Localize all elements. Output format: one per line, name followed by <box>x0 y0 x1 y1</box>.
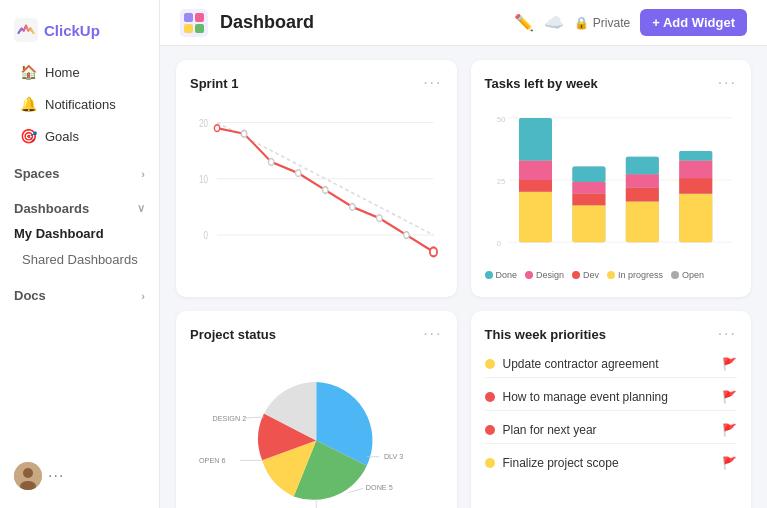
priority-item-4: Finalize project scope 🚩 <box>485 450 738 476</box>
svg-rect-6 <box>195 13 204 22</box>
priorities-widget: This week priorities ··· Update contract… <box>471 311 752 508</box>
svg-rect-4 <box>180 9 208 37</box>
open-dot <box>671 271 679 279</box>
private-toggle[interactable]: 🔒 Private <box>574 16 630 30</box>
dev-dot <box>572 271 580 279</box>
svg-text:DONE 5: DONE 5 <box>366 483 393 492</box>
tasks-menu-icon[interactable]: ··· <box>718 74 737 92</box>
legend-in-progress-label: In progress <box>618 270 663 280</box>
priority-dot-3 <box>485 425 495 435</box>
legend-done: Done <box>485 270 518 280</box>
bell-icon: 🔔 <box>20 96 37 112</box>
priority-text-3: Plan for next year <box>503 423 715 437</box>
edit-icon[interactable]: ✏️ <box>514 13 534 32</box>
priority-item-2: How to manage event planning 🚩 <box>485 384 738 411</box>
sidebar: ClickUp 🏠 Home 🔔 Notifications 🎯 Goals S… <box>0 0 160 508</box>
priority-item-3: Plan for next year 🚩 <box>485 417 738 444</box>
svg-rect-49 <box>679 161 712 178</box>
svg-rect-50 <box>679 151 712 161</box>
svg-rect-42 <box>625 201 658 242</box>
svg-rect-39 <box>572 182 605 194</box>
logo[interactable]: ClickUp <box>0 10 159 56</box>
clickup-logo-icon <box>14 18 38 42</box>
svg-rect-48 <box>679 178 712 194</box>
shared-dashboards-label: Shared Dashboards <box>22 252 138 267</box>
tasks-widget-header: Tasks left by week ··· <box>485 74 738 92</box>
design-dot <box>525 271 533 279</box>
sidebar-item-home-label: Home <box>45 65 80 80</box>
lock-icon: 🔒 <box>574 16 589 30</box>
legend-done-label: Done <box>496 270 518 280</box>
sprint-widget: Sprint 1 ··· 20 10 0 <box>176 60 457 297</box>
svg-line-60 <box>244 417 264 418</box>
svg-rect-0 <box>14 18 38 42</box>
sidebar-item-shared-dashboards[interactable]: Shared Dashboards <box>0 247 159 272</box>
legend-design-label: Design <box>536 270 564 280</box>
add-widget-button[interactable]: + Add Widget <box>640 9 747 36</box>
docs-section[interactable]: Docs › <box>0 278 159 307</box>
priority-flag-3: 🚩 <box>722 423 737 437</box>
svg-text:20: 20 <box>199 118 208 129</box>
project-status-title: Project status <box>190 327 276 342</box>
sidebar-bottom: ··· <box>0 454 159 498</box>
dashboard-logo-icon <box>180 9 208 37</box>
spaces-arrow-icon: › <box>141 168 145 180</box>
legend-design: Design <box>525 270 564 280</box>
svg-text:OPEN 6: OPEN 6 <box>199 456 225 465</box>
svg-rect-8 <box>195 24 204 33</box>
home-icon: 🏠 <box>20 64 37 80</box>
svg-point-23 <box>404 232 409 239</box>
priorities-menu-icon[interactable]: ··· <box>718 325 737 343</box>
sprint-title: Sprint 1 <box>190 76 238 91</box>
priority-flag-2: 🚩 <box>722 390 737 404</box>
topbar-actions: ✏️ ☁️ 🔒 Private + Add Widget <box>514 9 747 36</box>
svg-line-54 <box>348 488 363 493</box>
project-status-menu-icon[interactable]: ··· <box>423 325 442 343</box>
sidebar-item-home[interactable]: 🏠 Home <box>6 57 153 87</box>
priority-dot-2 <box>485 392 495 402</box>
dashboard-grid: Sprint 1 ··· 20 10 0 <box>160 46 767 508</box>
avatar-image <box>14 462 42 490</box>
bar-chart-legend: Done Design Dev In progress <box>485 270 738 280</box>
svg-rect-5 <box>184 13 193 22</box>
project-status-header: Project status ··· <box>190 325 443 343</box>
svg-text:0: 0 <box>204 231 209 242</box>
tasks-title: Tasks left by week <box>485 76 598 91</box>
svg-text:50: 50 <box>496 115 505 124</box>
dashboards-arrow-icon: ∨ <box>137 202 145 215</box>
user-menu-dots[interactable]: ··· <box>48 467 64 485</box>
user-avatar[interactable] <box>14 462 42 490</box>
topbar: Dashboard ✏️ ☁️ 🔒 Private + Add Widget <box>160 0 767 46</box>
legend-in-progress: In progress <box>607 270 663 280</box>
sidebar-item-notifications[interactable]: 🔔 Notifications <box>6 89 153 119</box>
cloud-icon[interactable]: ☁️ <box>544 13 564 32</box>
priorities-header: This week priorities ··· <box>485 325 738 343</box>
priority-text-1: Update contractor agreement <box>503 357 715 371</box>
dashboards-section[interactable]: Dashboards ∨ <box>0 191 159 220</box>
spaces-label: Spaces <box>14 166 60 181</box>
svg-point-16 <box>214 125 219 132</box>
page-title: Dashboard <box>220 12 502 33</box>
svg-rect-35 <box>518 118 551 161</box>
svg-point-24 <box>430 247 437 256</box>
priority-dot-4 <box>485 458 495 468</box>
priority-item-1: Update contractor agreement 🚩 <box>485 351 738 378</box>
svg-rect-40 <box>572 166 605 182</box>
my-dashboard-label: My Dashboard <box>14 226 104 241</box>
main-content: Dashboard ✏️ ☁️ 🔒 Private + Add Widget S… <box>160 0 767 508</box>
svg-point-22 <box>377 215 382 222</box>
sidebar-item-my-dashboard[interactable]: My Dashboard <box>0 220 159 247</box>
goals-icon: 🎯 <box>20 128 37 144</box>
legend-open-label: Open <box>682 270 704 280</box>
priority-text-4: Finalize project scope <box>503 456 715 470</box>
svg-point-17 <box>241 130 246 137</box>
spaces-section[interactable]: Spaces › <box>0 156 159 185</box>
svg-text:25: 25 <box>496 177 505 186</box>
svg-rect-44 <box>625 174 658 188</box>
sprint-menu-icon[interactable]: ··· <box>423 74 442 92</box>
svg-rect-37 <box>572 205 605 242</box>
priority-text-2: How to manage event planning <box>503 390 715 404</box>
sidebar-item-goals[interactable]: 🎯 Goals <box>6 121 153 151</box>
svg-rect-45 <box>625 157 658 174</box>
svg-text:10: 10 <box>199 174 208 185</box>
